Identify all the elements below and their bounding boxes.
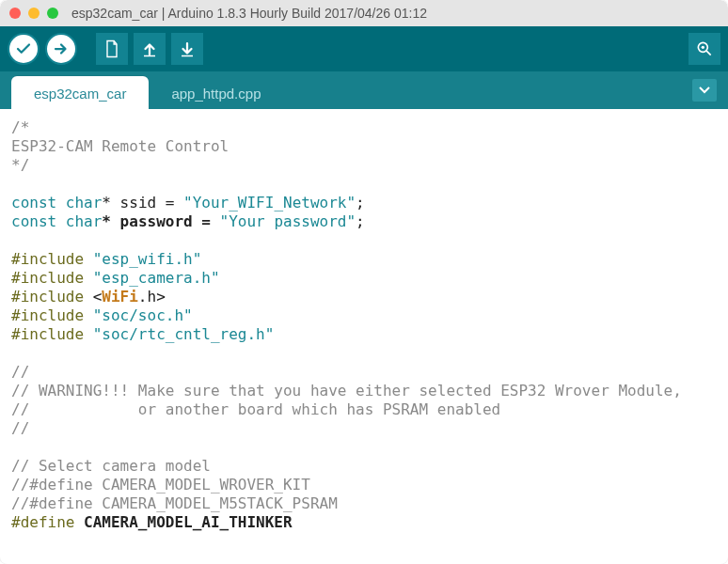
close-icon[interactable] [9, 8, 21, 19]
code-line: */ [11, 156, 29, 174]
minimize-icon[interactable] [28, 8, 40, 19]
arrow-up-icon [141, 40, 158, 57]
code-token: * ssid = [102, 194, 183, 212]
code-token: char [56, 194, 102, 212]
tab-esp32cam-car[interactable]: esp32cam_car [11, 76, 149, 109]
code-line: /* [11, 118, 29, 136]
code-token: ; [356, 212, 365, 230]
tab-menu-button[interactable] [692, 79, 717, 102]
code-token: "soc/rtc_cntl_reg.h" [84, 325, 274, 343]
code-token: .h> [138, 288, 166, 306]
code-token: ; [356, 194, 365, 212]
code-editor[interactable]: /* ESP32-CAM Remote Control */ const cha… [0, 109, 728, 564]
code-token: const [11, 194, 56, 212]
verify-button[interactable] [8, 33, 40, 65]
code-token: const [11, 212, 56, 230]
code-token: char [56, 212, 102, 230]
code-line: ESP32-CAM Remote Control [11, 137, 229, 155]
tab-app-httpd[interactable]: app_httpd.cpp [149, 76, 283, 109]
code-token: "Your_WIFI_Network" [183, 194, 356, 212]
code-token: #include [11, 269, 84, 287]
code-token: "soc/soc.h" [84, 306, 193, 324]
code-line: //#define CAMERA_MODEL_WROVER_KIT [11, 476, 310, 494]
code-token: #include [11, 250, 84, 268]
svg-point-1 [702, 46, 704, 49]
code-token: #include [11, 288, 84, 306]
code-token: "Your password" [220, 212, 356, 230]
code-token: #define [11, 513, 74, 531]
code-line: // [11, 363, 29, 381]
code-line: //#define CAMERA_MODEL_M5STACK_PSRAM [11, 494, 338, 512]
window-titlebar: esp32cam_car | Arduino 1.8.3 Hourly Buil… [0, 0, 728, 26]
arrow-right-icon [53, 40, 70, 57]
code-line: // [11, 419, 29, 437]
open-button[interactable] [134, 33, 166, 65]
window-controls [9, 8, 58, 19]
code-token: * password = [102, 212, 219, 230]
save-button[interactable] [171, 33, 203, 65]
code-token: #include [11, 306, 84, 324]
arrow-down-icon [179, 40, 196, 57]
code-token: "esp_wifi.h" [84, 250, 201, 268]
code-token: "esp_camera.h" [84, 269, 220, 287]
new-button[interactable] [96, 33, 128, 65]
code-token: < [84, 288, 102, 306]
tab-bar: esp32cam_car app_httpd.cpp [0, 71, 728, 109]
code-token: #include [11, 325, 84, 343]
code-line: // or another board which has PSRAM enab… [11, 400, 500, 418]
upload-button[interactable] [45, 33, 77, 65]
window-title: esp32cam_car | Arduino 1.8.3 Hourly Buil… [71, 6, 427, 21]
check-icon [15, 40, 32, 57]
serial-monitor-button[interactable] [688, 33, 720, 65]
chevron-down-icon [699, 86, 710, 95]
file-icon [103, 39, 120, 58]
code-line: // WARNING!!! Make sure that you have ei… [11, 382, 682, 400]
code-token: WiFi [102, 288, 138, 306]
code-line: // Select camera model [11, 457, 211, 475]
toolbar [0, 26, 728, 71]
zoom-icon[interactable] [47, 8, 58, 19]
code-token: CAMERA_MODEL_AI_THINKER [74, 513, 292, 531]
serial-monitor-icon [695, 39, 714, 58]
